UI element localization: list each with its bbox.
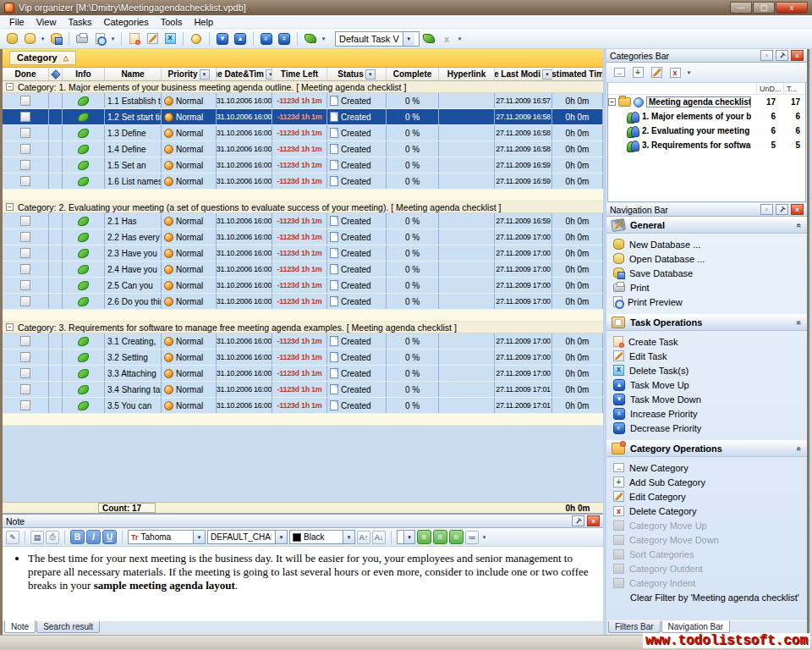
task-row[interactable]: 3.1 Creating,Normal31.10.2006 16:00-1123… <box>3 333 603 350</box>
task-row[interactable]: 1.4 DefineNormal31.10.2006 16:00-1123d 1… <box>3 141 603 157</box>
category-group-header[interactable]: −Category: 2. Evaluating your meeting (a… <box>3 201 603 213</box>
tab-search-result[interactable]: Search result <box>36 621 100 633</box>
close-button[interactable]: x <box>776 2 808 14</box>
nav-item-edit-task[interactable]: Edit Task <box>606 349 807 363</box>
grow-font-icon[interactable]: A↑ <box>357 531 370 544</box>
bold-button[interactable]: B <box>70 530 85 544</box>
overflow-arrow-icon[interactable]: ▾ <box>685 69 693 76</box>
done-checkbox[interactable] <box>20 336 30 346</box>
task-row[interactable]: 3.5 You canNormal31.10.2006 16:00-1123d … <box>3 398 603 414</box>
nav-section-header-category-operations[interactable]: Category Operations« <box>606 440 807 457</box>
note-content[interactable]: The best time for your next meeting is t… <box>3 547 603 620</box>
group-by-category-chip[interactable]: Category △ <box>9 51 76 65</box>
zoom-select[interactable]: ▾ <box>397 530 415 544</box>
column-hyperlink[interactable]: Hyperlink <box>439 68 495 80</box>
chevron-down-icon[interactable]: ▾ <box>193 531 205 543</box>
overflow-arrow-icon[interactable]: ▾ <box>456 36 464 42</box>
tab-filters-bar[interactable]: Filters Bar <box>608 621 661 633</box>
restore-icon[interactable]: ▫ <box>760 50 773 61</box>
align-left-icon[interactable]: ≡ <box>417 530 431 544</box>
column-priority[interactable]: Priority▼ <box>162 68 217 80</box>
delete-category-button[interactable] <box>667 64 683 81</box>
find-button[interactable] <box>188 30 205 47</box>
create-task-button[interactable] <box>126 30 143 47</box>
task-row[interactable]: 2.3 Have youNormal31.10.2006 16:00-1123d… <box>3 245 603 262</box>
task-row[interactable]: 2.4 Have youNormal31.10.2006 16:00-1123d… <box>3 262 603 278</box>
category-group-header[interactable]: −Category: 1. Major elements of your bus… <box>3 81 603 93</box>
nav-item-task-move-up[interactable]: ▴Task Move Up <box>606 377 807 392</box>
filter-dropdown-icon[interactable]: ▼ <box>200 69 210 80</box>
menu-categories[interactable]: Categories <box>98 16 155 28</box>
nav-item-edit-category[interactable]: Edit Category <box>606 489 807 504</box>
task-row[interactable]: 1.5 Set anNormal31.10.2006 16:00-1123d 1… <box>3 157 603 174</box>
tree-item-2-evaluating-your-meeting-a-se[interactable]: 2. Evaluating your meeting (a se66 <box>608 124 805 138</box>
nav-item-task-move-down[interactable]: ▾Task Move Down <box>606 392 807 406</box>
restore-icon[interactable]: ▫ <box>760 204 773 215</box>
menu-tools[interactable]: Tools <box>155 16 189 28</box>
collapse-icon[interactable]: − <box>608 98 616 106</box>
chevron-down-icon[interactable]: ▾ <box>343 531 354 543</box>
task-row[interactable]: 3.3 AttachingNormal31.10.2006 16:00-1123… <box>3 366 603 382</box>
maximize-button[interactable]: ▢ <box>753 2 775 14</box>
nav-item-delete-category[interactable]: Delete Category <box>606 504 807 518</box>
font-color-select[interactable]: Black ▾ <box>289 530 355 544</box>
edit-task-button[interactable] <box>144 30 161 47</box>
column-complete[interactable]: Complete <box>387 68 439 80</box>
nav-item-print-preview[interactable]: Print Preview <box>606 295 807 309</box>
done-checkbox[interactable] <box>20 400 30 410</box>
save-database-button[interactable] <box>47 30 64 47</box>
task-row[interactable]: 3.4 Sharing tasksNormal31.10.2006 16:00-… <box>3 382 603 398</box>
filter-dropdown-icon[interactable]: ▼ <box>266 69 272 80</box>
print-button[interactable] <box>74 30 91 47</box>
done-checkbox[interactable] <box>20 176 30 186</box>
done-checkbox[interactable] <box>20 296 30 306</box>
nav-item-add-sub-category[interactable]: Add Sub Category <box>606 475 807 489</box>
page-setup-icon[interactable]: ▤ <box>30 531 44 544</box>
title-bar[interactable]: Vip organizer [M:\Dmitry\Meetingagendach… <box>0 0 812 15</box>
align-right-icon[interactable]: ≡ <box>449 530 464 544</box>
shrink-font-icon[interactable]: A↓ <box>372 531 386 544</box>
close-icon[interactable]: x <box>791 50 804 61</box>
new-category-button[interactable] <box>611 64 628 81</box>
task-move-up-button[interactable]: ▴ <box>232 30 249 47</box>
nav-item-create-task[interactable]: Create Task <box>606 334 807 349</box>
chevron-down-icon[interactable]: ▾ <box>403 32 414 46</box>
collapse-icon[interactable]: − <box>6 83 14 91</box>
nav-item-decrease-priority[interactable]: «Decrease Priority <box>606 421 807 435</box>
chevron-down-icon[interactable]: ▾ <box>275 531 287 543</box>
done-checkbox[interactable] <box>20 248 30 258</box>
pin-icon[interactable]: T <box>572 515 584 526</box>
delete-task-button[interactable] <box>162 30 178 47</box>
nav-item-save-database[interactable]: Save Database <box>606 266 807 280</box>
tab-note[interactable]: Note <box>4 620 36 633</box>
nav-section-header-task-operations[interactable]: Task Operations« <box>606 314 807 331</box>
print-note-icon[interactable]: ⎙ <box>46 531 59 544</box>
done-checkbox[interactable] <box>20 280 30 290</box>
column-status[interactable]: Status▼ <box>327 68 387 80</box>
task-row[interactable]: 1.1 Establish theNormal31.10.2006 16:00-… <box>3 93 603 109</box>
done-checkbox[interactable] <box>20 128 30 138</box>
add-sub-category-button[interactable] <box>629 64 646 81</box>
task-view-select[interactable]: Default Task V ▾ <box>335 31 420 47</box>
done-checkbox[interactable] <box>20 216 30 226</box>
increase-priority-button[interactable]: « <box>276 30 293 47</box>
collapse-chevron-icon[interactable]: « <box>795 446 804 451</box>
menu-file[interactable]: File <box>3 16 30 28</box>
nav-item-clear-filter-by-meeting-agenda-checklist[interactable]: Clear Filter by 'Meeting agenda checklis… <box>606 590 807 604</box>
underline-button[interactable]: U <box>102 530 117 544</box>
done-checkbox[interactable] <box>20 144 30 154</box>
menu-help[interactable]: Help <box>188 16 219 28</box>
task-row[interactable]: 2.6 Do you thinkNormal31.10.2006 16:00-1… <box>3 294 603 310</box>
done-checkbox[interactable] <box>20 384 30 394</box>
font-select[interactable]: Tr Tahoma ▾ <box>128 530 206 544</box>
column-estimated-time[interactable]: Estimated Time <box>552 68 603 80</box>
tree-item-1-major-elements-of-your-busine[interactable]: 1. Major elements of your busine66 <box>608 109 805 124</box>
column-done[interactable]: Done <box>3 68 49 80</box>
edit-category-button[interactable] <box>648 64 665 81</box>
overflow-arrow-icon[interactable]: ▾ <box>320 36 327 42</box>
done-checkbox[interactable] <box>20 368 30 378</box>
tree-item-3-requirements-for-software-to-r[interactable]: 3. Requirements for software to r55 <box>608 138 805 152</box>
decrease-priority-button[interactable]: « <box>258 30 275 47</box>
char-style-select[interactable]: DEFAULT_CHAR ▾ <box>207 530 288 544</box>
column-name[interactable]: Name <box>105 68 162 80</box>
